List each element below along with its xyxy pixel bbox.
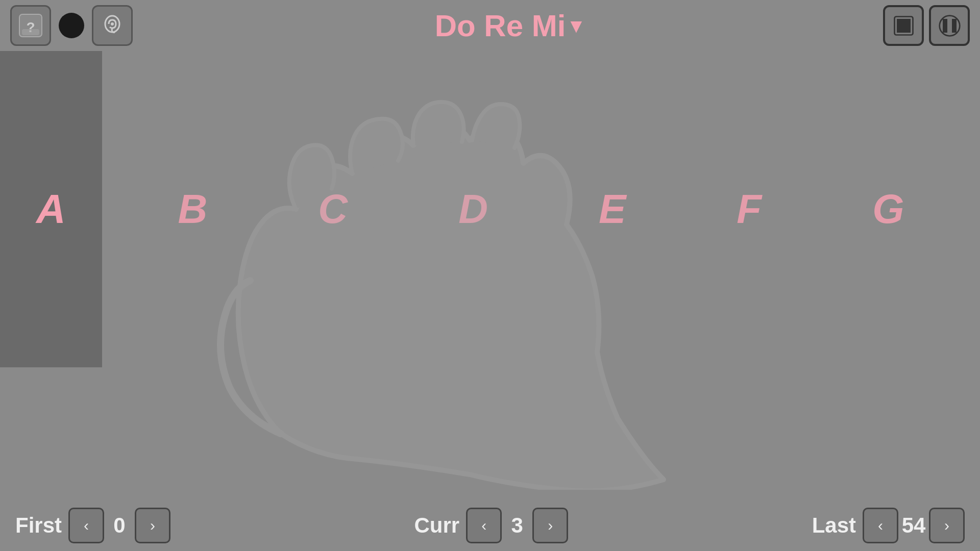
svg-rect-2	[22, 29, 39, 35]
curr-label: Curr	[414, 513, 459, 538]
header-center: Do Re Mi ▾	[133, 8, 883, 43]
note-g: G	[872, 186, 904, 233]
stop-button[interactable]	[883, 5, 924, 46]
curr-nav-group: Curr ‹ 3 ›	[414, 508, 568, 543]
audio-button[interactable]	[92, 5, 133, 46]
last-next-button[interactable]: ›	[929, 508, 965, 543]
main-content: B C D E F G	[102, 51, 980, 367]
first-prev-button[interactable]: ‹	[68, 508, 104, 543]
header-right	[883, 5, 970, 46]
note-c: C	[318, 186, 348, 233]
note-b: B	[178, 186, 208, 233]
app-title: Do Re Mi	[435, 8, 566, 43]
last-prev-button[interactable]: ‹	[863, 508, 898, 543]
svg-point-9	[939, 15, 960, 36]
last-label: Last	[812, 513, 856, 538]
side-note-label: A	[36, 186, 66, 233]
toggle-switch[interactable]	[59, 13, 84, 38]
note-f: F	[737, 186, 762, 233]
curr-next-button[interactable]: ›	[532, 508, 568, 543]
dropdown-chevron-icon: ▾	[571, 14, 581, 37]
svg-rect-8	[952, 19, 957, 33]
note-e: E	[599, 186, 626, 233]
bottom-navigation-bar: First ‹ 0 › Curr ‹ 3 › Last ‹ 54 ›	[0, 500, 980, 551]
svg-rect-5	[897, 19, 911, 33]
first-label: First	[15, 513, 62, 538]
side-panel: A	[0, 51, 102, 367]
curr-prev-button[interactable]: ‹	[466, 508, 502, 543]
svg-rect-7	[943, 19, 947, 33]
header-left: ?	[10, 5, 133, 46]
first-value: 0	[107, 513, 132, 538]
note-d: D	[458, 186, 488, 233]
curr-value: 3	[504, 513, 530, 538]
header-bar: ? Do Re Mi ▾	[0, 0, 980, 51]
first-next-button[interactable]: ›	[135, 508, 170, 543]
first-nav-group: First ‹ 0 ›	[15, 508, 170, 543]
pause-button[interactable]	[929, 5, 970, 46]
last-nav-group: Last ‹ 54 ›	[812, 508, 965, 543]
svg-point-4	[111, 22, 114, 26]
help-button[interactable]: ?	[10, 5, 51, 46]
title-dropdown-button[interactable]: Do Re Mi ▾	[435, 8, 581, 43]
last-value: 54	[901, 513, 926, 538]
